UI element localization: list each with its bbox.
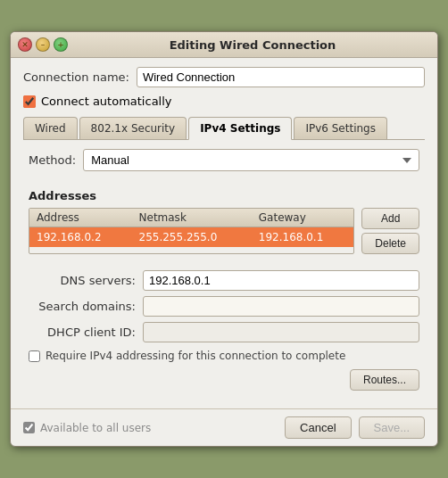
dhcp-input[interactable] [143,322,419,342]
require-ipv4-row: Require IPv4 addressing for this connect… [29,350,419,362]
method-select[interactable]: Manual [83,149,419,171]
addresses-container: Address Netmask Gateway 192.168.0.2 255.… [29,208,419,254]
addresses-section: Addresses Address Netmask Gateway [29,182,419,270]
require-ipv4-label: Require IPv4 addressing for this connect… [46,350,345,362]
require-ipv4-checkbox[interactable] [29,350,40,362]
dns-label: DNS servers: [29,274,136,287]
maximize-button[interactable]: + [54,37,68,52]
method-label: Method: [29,153,76,167]
minimize-button[interactable]: – [36,37,50,52]
table-row[interactable]: 192.168.0.2 255.255.255.0 192.168.0.1 [29,227,353,248]
tabs: Wired 802.1x Security IPv4 Settings IPv6… [23,117,425,140]
addresses-table: Address Netmask Gateway 192.168.0.2 255.… [29,209,353,247]
add-button[interactable]: Add [361,208,419,229]
dialog-window: ✕ – + Editing Wired Connection Connectio… [10,31,438,447]
routes-button[interactable]: Routes... [350,369,419,391]
addresses-label: Addresses [29,189,419,202]
col-gateway: Gateway [252,209,354,227]
col-address: Address [29,209,132,227]
search-domains-row: Search domains: [29,296,419,317]
method-row: Method: Manual [29,149,419,171]
delete-button[interactable]: Delete [361,233,419,254]
addresses-table-wrap: Address Netmask Gateway 192.168.0.2 255.… [29,208,354,254]
available-row: Available to all users [23,422,151,434]
tab-8021x[interactable]: 802.1x Security [79,117,187,139]
cell-netmask: 255.255.255.0 [132,227,252,248]
close-button[interactable]: ✕ [18,37,32,52]
table-header-row: Address Netmask Gateway [29,209,353,227]
cancel-button[interactable]: Cancel [285,416,351,439]
available-checkbox[interactable] [23,422,35,433]
addr-buttons: Add Delete [361,208,419,254]
window-controls: ✕ – + [18,37,68,52]
connection-name-label: Connection name: [23,70,129,84]
connection-name-input[interactable] [137,67,425,87]
cell-gateway: 192.168.0.1 [252,227,354,248]
dhcp-label: DHCP client ID: [29,326,136,339]
window-title: Editing Wired Connection [75,38,430,52]
available-label: Available to all users [40,422,151,434]
dns-row: DNS servers: [29,270,419,291]
dhcp-row: DHCP client ID: [29,322,419,342]
save-button[interactable]: Save... [359,416,425,439]
footer: Available to all users Cancel Save... [11,408,437,446]
footer-buttons: Cancel Save... [285,416,425,439]
search-domains-label: Search domains: [29,300,136,313]
col-netmask: Netmask [132,209,252,227]
connect-auto-checkbox[interactable] [23,95,36,108]
cell-address: 192.168.0.2 [29,227,132,248]
connection-name-row: Connection name: [23,67,425,87]
tab-wired[interactable]: Wired [23,117,78,139]
dns-input[interactable] [143,270,419,291]
tab-ipv6[interactable]: IPv6 Settings [294,117,387,139]
connect-auto-row: Connect automatically [23,95,425,108]
titlebar: ✕ – + Editing Wired Connection [11,32,437,58]
connect-auto-label: Connect automatically [41,95,172,108]
routes-row: Routes... [29,369,419,391]
search-domains-input[interactable] [143,296,419,317]
tab-ipv4[interactable]: IPv4 Settings [188,117,292,140]
